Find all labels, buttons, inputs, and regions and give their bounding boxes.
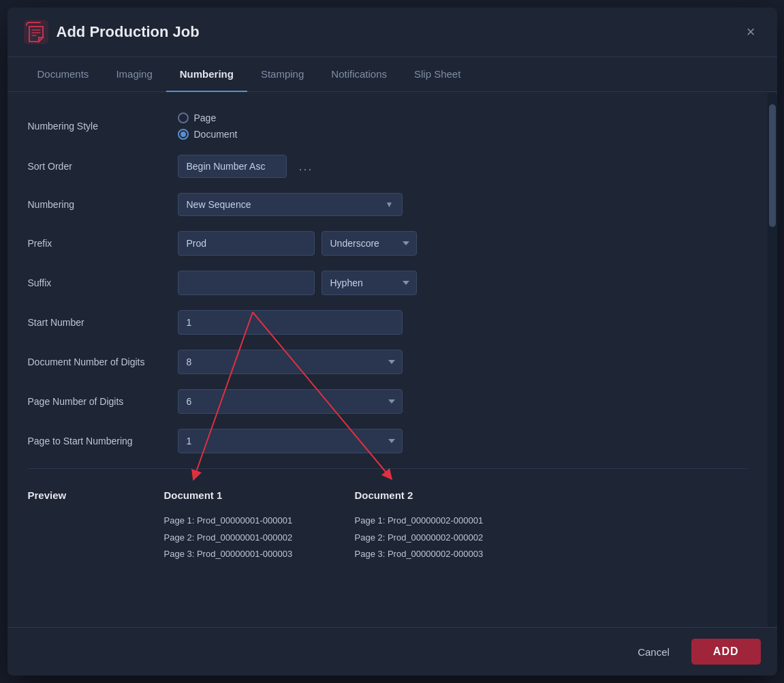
add-button[interactable]: ADD [691,639,761,665]
doc-digits-row: Document Number of Digits 8 6 7 9 10 [28,350,747,374]
preview-wrapper: Preview Document 1 Document 2 [28,489,747,563]
prefix-separator-select[interactable]: Underscore Hyphen None [322,231,417,256]
tab-documents[interactable]: Documents [24,57,103,92]
doc1-line-2: Page 2: Prod_00000001-000002 [164,530,355,547]
suffix-controls: Hyphen Underscore None [178,271,747,295]
page-radio-label: Page [194,112,217,123]
doc-digits-select[interactable]: 8 6 7 9 10 [178,350,403,374]
document-radio-label: Document [194,129,238,140]
suffix-input[interactable] [178,271,315,295]
page-start-controls: 1 2 3 [178,429,747,453]
page-start-select[interactable]: 1 2 3 [178,429,403,453]
main-content: Numbering Style Page Document [7,92,768,627]
tab-stamping[interactable]: Stamping [247,57,317,92]
suffix-label: Suffix [28,277,178,288]
cancel-button[interactable]: Cancel [624,639,683,665]
preview-label: Preview [28,489,67,501]
numbering-chevron-icon: ▼ [386,200,394,209]
doc1-line-1: Page 1: Prod_00000001-000001 [164,513,355,530]
sort-order-row: Sort Order Begin Number Asc ... [28,155,747,178]
production-job-icon [24,20,48,44]
page-digits-label: Page Number of Digits [28,396,178,407]
doc2-line-1: Page 1: Prod_00000002-000001 [355,513,546,530]
dialog-header: Add Production Job × [7,7,777,57]
doc1-header: Document 1 [164,489,223,501]
numbering-dropdown[interactable]: New Sequence ▼ [178,193,403,216]
numbering-style-row: Numbering Style Page Document [28,112,747,140]
preview-label-spacer: Preview [28,489,164,502]
page-start-row: Page to Start Numbering 1 2 3 [28,429,747,453]
prefix-row: Prefix Underscore Hyphen None [28,231,747,256]
dialog-footer: Cancel ADD [7,627,777,676]
page-digits-controls: 6 4 5 7 8 [178,389,747,414]
start-number-controls [178,310,747,335]
preview-header-row: Preview Document 1 Document 2 [28,489,747,502]
page-radio-option[interactable]: Page [178,112,238,123]
sort-order-button[interactable]: Begin Number Asc [178,155,287,178]
numbering-value: New Sequence [187,199,251,210]
page-start-label: Page to Start Numbering [28,436,178,446]
start-number-row: Start Number [28,310,747,335]
doc1-header-col: Document 1 [164,489,355,502]
page-digits-row: Page Number of Digits 6 4 5 7 8 [28,389,747,414]
dialog-body: Numbering Style Page Document [7,92,777,627]
doc2-header-col: Document 2 [355,489,546,502]
prefix-label: Prefix [28,238,178,249]
document-radio-option[interactable]: Document [178,129,238,140]
numbering-label: Numbering [28,199,178,210]
doc2-line-2: Page 2: Prod_00000002-000002 [355,530,546,547]
page-digits-select[interactable]: 6 4 5 7 8 [178,389,403,414]
sort-order-controls: Begin Number Asc ... [178,155,747,178]
dialog-title: Add Production Job [57,23,200,41]
doc2-lines-col: Page 1: Prod_00000002-000001 Page 2: Pro… [355,513,546,563]
page-radio-circle [178,112,189,123]
doc1-lines-col: Page 1: Prod_00000001-000001 Page 2: Pro… [164,513,355,563]
close-button[interactable]: × [741,20,761,44]
tab-notifications[interactable]: Notifications [317,57,401,92]
start-number-input[interactable] [178,310,403,335]
tab-bar: Documents Imaging Numbering Stamping Not… [7,57,777,92]
numbering-row: Numbering New Sequence ▼ [28,193,747,216]
sort-order-label: Sort Order [28,161,178,172]
suffix-row: Suffix Hyphen Underscore None [28,271,747,295]
prefix-controls: Underscore Hyphen None [178,231,747,256]
divider [28,468,747,469]
preview-section: Preview Document 1 Document 2 [28,483,747,563]
tab-numbering[interactable]: Numbering [166,57,247,92]
doc-digits-label: Document Number of Digits [28,356,178,367]
scrollbar-thumb[interactable] [769,104,776,227]
preview-lines-spacer [28,513,164,563]
prefix-input[interactable] [178,231,315,256]
sort-order-value: Begin Number Asc [187,161,266,172]
start-number-label: Start Number [28,317,178,328]
dialog: Add Production Job × Documents Imaging N… [7,7,777,676]
sort-order-dots-button[interactable]: ... [294,157,319,177]
tab-slip-sheet[interactable]: Slip Sheet [401,57,474,92]
doc2-line-3: Page 3: Prod_00000002-000003 [355,546,546,563]
numbering-style-radio-group: Page Document [178,112,238,140]
doc2-header: Document 2 [355,489,413,501]
document-radio-circle [178,129,189,140]
numbering-style-controls: Page Document [178,112,747,140]
preview-lines-row: Page 1: Prod_00000001-000001 Page 2: Pro… [28,513,747,563]
doc1-line-3: Page 3: Prod_00000001-000003 [164,546,355,563]
scrollbar-track[interactable] [768,92,777,627]
suffix-separator-select[interactable]: Hyphen Underscore None [322,271,417,295]
numbering-controls: New Sequence ▼ [178,193,747,216]
doc-digits-controls: 8 6 7 9 10 [178,350,747,374]
numbering-style-label: Numbering Style [28,121,178,132]
tab-imaging[interactable]: Imaging [102,57,166,92]
